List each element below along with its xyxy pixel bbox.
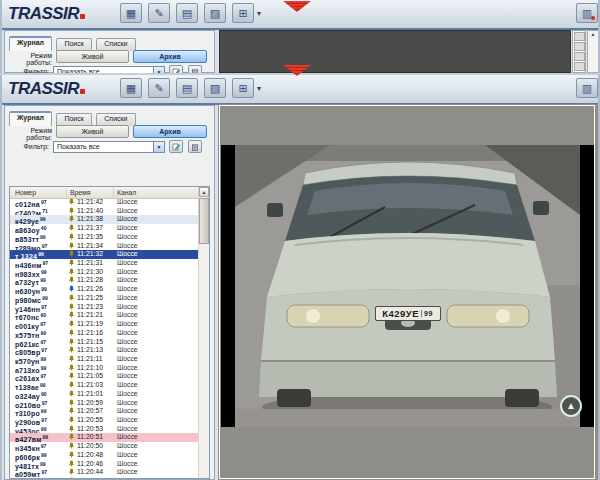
journal-icon[interactable]: ▤ (176, 3, 198, 23)
picture-icon[interactable]: ▨ (204, 78, 226, 98)
table-row[interactable]: т310ро99 11:20:57 Шоссе (10, 407, 199, 416)
table-row[interactable]: а059мт97 11:20:44 Шоссе (10, 468, 199, 477)
table-row[interactable]: у453ос99 11:20:53 Шоссе (10, 425, 199, 434)
column-header-channel[interactable]: Канал (117, 189, 136, 196)
table-row[interactable]: е001ку97 11:21:19 Шоссе (10, 320, 199, 329)
event-bell-icon (68, 233, 75, 240)
table-row[interactable]: с740?м71 11:21:40 Шоссе (10, 207, 199, 216)
filter-delete-button[interactable] (188, 65, 202, 73)
column-header-plate[interactable]: Номер (15, 189, 36, 196)
filter-select[interactable]: Показать все▼ (53, 141, 165, 153)
left-panel: Журнал Поиск Списки Режим работы: Живой … (4, 105, 215, 480)
table-scrollbar[interactable]: ▲ (198, 187, 209, 478)
table-row[interactable]: р980мс99 11:21:25 Шоссе (10, 294, 199, 303)
table-row[interactable]: в427вм99 11:20:51 Шоссе (10, 433, 199, 442)
table-row[interactable]: а863оу40 11:21:37 Шоссе (10, 224, 199, 233)
menu-caret-icon[interactable]: ▾ (257, 9, 261, 18)
table-row[interactable]: с012на97 11:21:42 Шоссе (10, 198, 199, 207)
table-row[interactable]: т139ае99 11:21:03 Шоссе (10, 381, 199, 390)
table-row[interactable]: н345кн97 11:20:50 Шоссе (10, 442, 199, 451)
window-top: TRASSIR ▦ ✎ ▤ ▨ ⊞ ▾ ▥ Журнал Поиск Списк… (0, 0, 600, 73)
archive-button[interactable]: Архив (133, 50, 207, 63)
channel-cell: Шоссе (117, 233, 138, 242)
filter-select[interactable]: Показать все▼ (53, 66, 165, 73)
archive-button[interactable]: Архив (133, 125, 207, 138)
filter-label: Фильтр: (5, 143, 49, 150)
table-rows: с012на97 11:21:42 Шоссе с740?м71 11:21:4… (10, 198, 199, 478)
filter-delete-button[interactable] (188, 140, 202, 153)
table-row[interactable]: а713хо99 11:21:10 Шоссе (10, 364, 199, 373)
channel-cell: Шоссе (117, 451, 138, 460)
table-row[interactable]: р606рк99 11:20:48 Шоссе (10, 451, 199, 460)
grid-menu-icon[interactable]: ⊞ (232, 78, 254, 98)
filter-edit-button[interactable] (169, 65, 183, 73)
table-row[interactable]: у146нн97 11:21:23 Шоссе (10, 303, 199, 312)
video-view-top[interactable] (219, 30, 571, 73)
channel-cell: Шоссе (117, 372, 138, 381)
table-row[interactable]: т670нс90 11:21:21 Шоссе (10, 311, 199, 320)
edit-icon[interactable]: ✎ (148, 3, 170, 23)
time-cell: 11:20:55 (68, 416, 103, 425)
time-cell: 11:21:23 (68, 303, 103, 312)
table-row[interactable]: н630ун99 11:21:26 Шоссе (10, 285, 199, 294)
table-row[interactable]: о324ау90 11:21:01 Шоссе (10, 390, 199, 399)
table-row[interactable]: х575тн99 11:21:16 Шоссе (10, 329, 199, 338)
journal-icon[interactable]: ▤ (176, 78, 198, 98)
table-row[interactable]: о210во97 11:20:59 Шоссе (10, 399, 199, 408)
filmstrip-scrollbar[interactable]: ▲ (587, 30, 599, 73)
time-cell: 11:21:19 (68, 320, 103, 329)
menu-caret-icon[interactable]: ▾ (257, 84, 261, 93)
table-row[interactable]: н436нм97 11:21:31 Шоссе (10, 259, 199, 268)
time-cell: 11:20:48 (68, 451, 103, 460)
table-row[interactable]: к570ун99 11:21:11 Шоссе (10, 355, 199, 364)
column-header-time[interactable]: Время (70, 189, 90, 196)
left-panel: Журнал Поиск Списки Режим работы: Живой … (4, 30, 215, 73)
layout-grid-icon[interactable]: ▦ (120, 3, 142, 23)
event-bell-icon (68, 390, 75, 397)
trash-icon (191, 68, 199, 73)
channel-cell: Шоссе (117, 381, 138, 390)
license-plate: К429УЕ99 (375, 306, 441, 321)
live-button[interactable]: Живой (56, 125, 129, 138)
channel-cell: Шоссе (117, 198, 138, 207)
table-row[interactable]: у481тх99 11:20:46 Шоссе (10, 460, 199, 469)
table-row[interactable]: у290ов97 11:20:55 Шоссе (10, 416, 199, 425)
pencil-icon (172, 143, 180, 151)
time-cell: 11:21:38 (68, 215, 103, 224)
event-bell-icon (68, 311, 75, 318)
live-button[interactable]: Живой (56, 50, 129, 63)
filter-edit-button[interactable] (169, 140, 183, 153)
event-bell-icon (68, 215, 75, 222)
dropdown-arrow-icon[interactable]: ▼ (153, 67, 164, 73)
grid-menu-icon[interactable]: ⊞ (232, 3, 254, 23)
table-row[interactable]: р621кс97 11:21:15 Шоссе (10, 338, 199, 347)
table-row[interactable]: а732ут99 11:21:28 Шоссе (10, 276, 199, 285)
time-cell: 11:21:16 (68, 329, 103, 338)
time-cell: 11:20:50 (68, 442, 103, 451)
layout-grid-icon[interactable]: ▦ (120, 78, 142, 98)
dropdown-arrow-icon[interactable]: ▼ (153, 142, 164, 152)
table-row[interactable]: с805вр97 11:21:13 Шоссе (10, 346, 199, 355)
side-panel-icon[interactable]: ▥ (576, 3, 598, 23)
scroll-up-icon[interactable]: ▲ (199, 187, 209, 197)
table-row[interactable]: в853тт99 11:21:35 Шоссе (10, 233, 199, 242)
table-row[interactable]: т158хо99 11:20:42 Шоссе (10, 477, 199, 478)
event-bell-icon (68, 381, 75, 388)
event-bell-icon (68, 399, 75, 406)
table-row[interactable]: т289мо97 11:21:34 Шоссе (10, 242, 199, 251)
filmstrip[interactable] (572, 30, 586, 73)
table-row[interactable]: т 132499 11:21:32 Шоссе (10, 250, 199, 259)
time-cell: 11:21:21 (68, 311, 103, 320)
table-row[interactable]: н983хх99 11:21:30 Шоссе (10, 268, 199, 277)
picture-icon[interactable]: ▨ (204, 3, 226, 23)
table-row[interactable]: с261ах97 11:21:05 Шоссе (10, 372, 199, 381)
edit-icon[interactable]: ✎ (148, 78, 170, 98)
video-panel[interactable]: К429УЕ99 ▲ (218, 104, 598, 480)
side-panel-icon[interactable]: ▥ (576, 78, 598, 98)
table-row[interactable]: к429уе99 11:21:38 Шоссе (10, 215, 199, 224)
event-bell-icon (68, 285, 75, 292)
scrollbar-thumb[interactable] (199, 198, 209, 244)
time-cell: 11:21:03 (68, 381, 103, 390)
channel-cell: Шоссе (117, 268, 138, 277)
channel-cell: Шоссе (117, 364, 138, 373)
